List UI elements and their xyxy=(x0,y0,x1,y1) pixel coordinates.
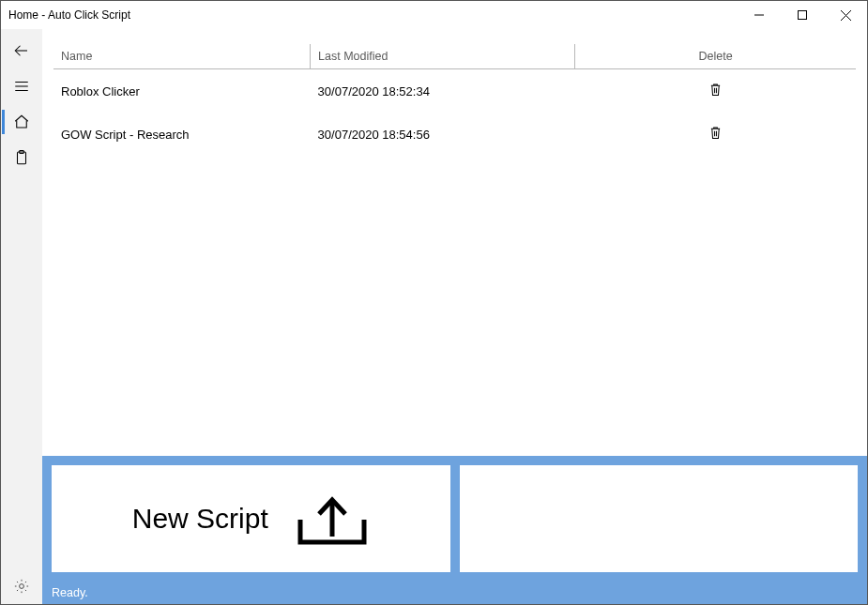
new-script-tile[interactable]: New Script xyxy=(52,465,450,572)
col-header-name[interactable]: Name xyxy=(53,44,311,69)
window-controls xyxy=(738,1,867,29)
sidebar-item-home[interactable] xyxy=(1,104,42,140)
delete-button[interactable] xyxy=(709,83,722,97)
back-button[interactable] xyxy=(1,33,42,68)
empty-tile[interactable] xyxy=(460,465,859,572)
new-script-label: New Script xyxy=(132,503,268,535)
title-bar: Home - Auto Click Script xyxy=(1,1,867,29)
close-button[interactable] xyxy=(824,1,867,29)
sidebar-item-scripts[interactable] xyxy=(1,140,42,175)
script-table-wrap: Name Last Modified Delete Roblox Clicker… xyxy=(42,29,867,456)
back-arrow-icon xyxy=(13,42,30,59)
hamburger-icon xyxy=(13,78,30,95)
minimize-icon xyxy=(754,10,764,20)
maximize-icon xyxy=(798,10,807,20)
sidebar xyxy=(1,29,42,604)
cell-modified: 30/07/2020 18:54:56 xyxy=(311,113,575,156)
app-body: Name Last Modified Delete Roblox Clicker… xyxy=(1,29,867,604)
cell-name: GOW Script - Research xyxy=(53,113,311,156)
main-area: Name Last Modified Delete Roblox Clicker… xyxy=(42,29,867,604)
gear-icon xyxy=(13,578,30,595)
table-header: Name Last Modified Delete xyxy=(53,44,856,69)
col-header-delete: Delete xyxy=(575,44,856,69)
sidebar-item-settings[interactable] xyxy=(1,568,42,604)
table-body: Roblox Clicker 30/07/2020 18:52:34 GOW S… xyxy=(53,69,856,157)
script-table: Name Last Modified Delete Roblox Clicker… xyxy=(53,44,856,156)
delete-button[interactable] xyxy=(709,126,722,140)
minimize-button[interactable] xyxy=(738,1,781,29)
trash-icon xyxy=(709,83,722,97)
svg-rect-1 xyxy=(799,11,807,20)
close-icon xyxy=(841,10,851,21)
cell-name: Roblox Clicker xyxy=(53,69,311,113)
table-row[interactable]: GOW Script - Research 30/07/2020 18:54:5… xyxy=(53,113,856,156)
status-text: Ready. xyxy=(52,586,88,599)
tile-row: New Script xyxy=(42,456,867,582)
svg-point-10 xyxy=(20,584,24,589)
window-title: Home - Auto Click Script xyxy=(8,8,130,22)
maximize-button[interactable] xyxy=(781,1,824,29)
cell-delete xyxy=(575,113,856,156)
upload-icon xyxy=(295,492,370,546)
table-row[interactable]: Roblox Clicker 30/07/2020 18:52:34 xyxy=(53,69,856,113)
col-header-modified[interactable]: Last Modified xyxy=(311,44,575,69)
trash-icon xyxy=(709,126,722,140)
cell-modified: 30/07/2020 18:52:34 xyxy=(311,69,575,113)
clipboard-icon xyxy=(13,149,30,166)
cell-delete xyxy=(575,69,856,113)
home-icon xyxy=(13,113,30,130)
app-window: Home - Auto Click Script xyxy=(0,0,868,605)
status-bar: Ready. xyxy=(42,582,867,604)
hamburger-button[interactable] xyxy=(1,68,42,104)
